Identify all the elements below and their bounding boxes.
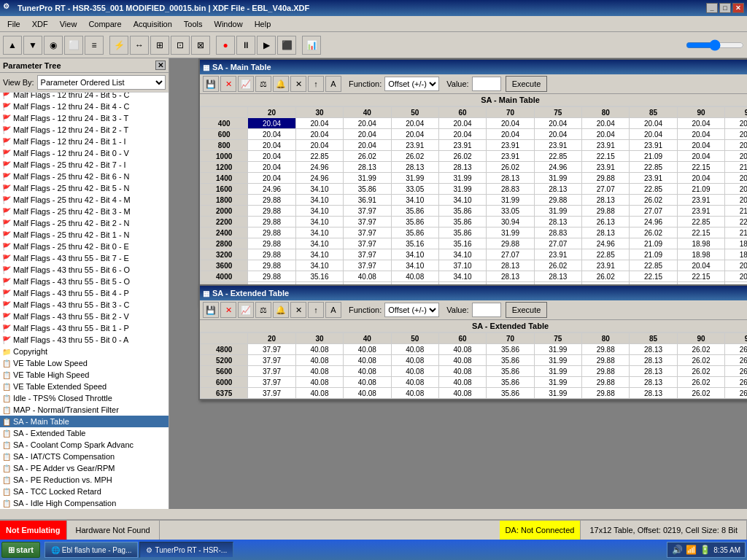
cell-6-1[interactable]: 34.10 [295,184,343,195]
tree-item-2[interactable]: 🚩Malf Flags - 12 thru 24 - Bit 3 - T [0,112,169,124]
cell-6-8[interactable]: 22.85 [630,184,677,195]
cell-6-0[interactable]: 24.96 [248,184,295,195]
cell-12-4[interactable]: 34.10 [438,249,486,260]
tree-item-5[interactable]: 🚩Malf Flags - 12 thru 24 - Bit 0 - V [0,147,169,159]
toolbar-btn-3[interactable]: ◉ [44,36,63,55]
cell-1-2[interactable]: 40.08 [344,355,391,366]
cell-2-3[interactable]: 23.91 [391,140,438,151]
cell-0-4[interactable]: 40.08 [438,344,486,355]
cell-10-2[interactable]: 37.97 [344,228,391,238]
tree-item-31[interactable]: 📋SA - IAT/CTS Compensation [0,451,169,462]
cell-3-6[interactable]: 22.85 [534,151,581,162]
cell-1-1[interactable]: 40.08 [295,355,343,366]
cell-6-5[interactable]: 28.83 [487,184,534,195]
cell-2-5[interactable]: 35.86 [487,366,534,377]
cell-11-0[interactable]: 29.88 [248,238,295,249]
cell-1-5[interactable]: 35.86 [487,355,534,366]
cell-11-5[interactable]: 29.88 [487,238,534,249]
tree-item-23[interactable]: 📋VE Table Low Speed [0,357,169,369]
cell-4-10[interactable]: 21.09 [725,162,747,173]
cell-2-9[interactable]: 26.02 [677,366,724,377]
cell-0-8[interactable]: 20.04 [630,118,677,129]
cell-7-9[interactable]: 23.91 [677,195,724,206]
cell-1-5[interactable]: 20.04 [487,129,534,140]
cell-5-4[interactable]: 31.99 [438,173,486,184]
cell-8-5[interactable]: 33.05 [487,206,534,217]
cell-12-3[interactable]: 34.10 [391,249,438,260]
up-btn-ext[interactable]: ↑ [308,302,324,318]
menu-file[interactable]: File [1,18,26,30]
tree-item-15[interactable]: 🚩Malf Flags - 43 thru 55 - Bit 6 - O [0,264,169,276]
cell-0-7[interactable]: 29.88 [582,344,630,355]
cell-11-1[interactable]: 34.10 [295,238,343,249]
cell-4-6[interactable]: 24.96 [534,162,581,173]
cell-0-10[interactable]: 20.04 [725,118,747,129]
tree-item-22[interactable]: 📁Copyright [0,346,169,357]
save-btn-main[interactable]: 💾 [203,76,219,92]
cell-3-6[interactable]: 31.99 [534,377,581,388]
toolbar-btn-stop[interactable]: ⬛ [277,36,296,55]
cell-0-2[interactable]: 20.04 [344,118,391,129]
cell-4-5[interactable]: 35.86 [487,388,534,399]
cell-1-4[interactable]: 20.04 [438,129,486,140]
cell-4-6[interactable]: 31.99 [534,388,581,399]
cell-6-10[interactable]: 20.04 [725,184,747,195]
cell-7-10[interactable]: 20.04 [725,195,747,206]
tree-item-19[interactable]: 🚩Malf Flags - 43 thru 55 - Bit 2 - V [0,311,169,322]
cell-3-3[interactable]: 40.08 [391,377,438,388]
cell-9-9[interactable]: 22.85 [677,217,724,228]
toolbar-btn-pause[interactable]: ⏸ [236,36,255,55]
cell-4-3[interactable]: 28.13 [391,162,438,173]
cell-0-7[interactable]: 20.04 [582,118,630,129]
menu-window[interactable]: Window [209,18,249,30]
cell-4-2[interactable]: 28.13 [344,162,391,173]
cell-1-9[interactable]: 20.04 [677,129,724,140]
cell-3-8[interactable]: 28.13 [630,377,677,388]
cell-14-7[interactable]: 26.02 [582,271,630,282]
toolbar-btn-play[interactable]: ▶ [257,36,276,55]
cell-5-10[interactable]: 20.04 [725,173,747,184]
cell-3-8[interactable]: 21.09 [630,151,677,162]
toolbar-btn-record[interactable]: ● [216,36,235,55]
cell-6-7[interactable]: 27.07 [582,184,630,195]
maximize-button[interactable]: □ [719,3,731,13]
cell-1-8[interactable]: 28.13 [630,355,677,366]
cell-11-2[interactable]: 37.97 [344,238,391,249]
param-tree-close[interactable]: ✕ [155,61,166,70]
cell-1-7[interactable]: 20.04 [582,129,630,140]
cell-12-9[interactable]: 18.98 [677,249,724,260]
cell-11-4[interactable]: 35.16 [438,238,486,249]
cell-8-7[interactable]: 29.88 [582,206,630,217]
copy-btn-main[interactable]: ✕ [290,76,306,92]
cell-4-2[interactable]: 40.08 [344,388,391,399]
minimize-button[interactable]: _ [706,3,718,13]
tree-item-20[interactable]: 🚩Malf Flags - 43 thru 55 - Bit 1 - P [0,322,169,334]
up-btn-main[interactable]: ↑ [308,76,324,92]
tree-item-16[interactable]: 🚩Malf Flags - 43 thru 55 - Bit 5 - O [0,276,169,287]
tree-item-9[interactable]: 🚩Malf Flags - 25 thru 42 - Bit 4 - M [0,194,169,206]
cell-0-9[interactable]: 26.02 [677,344,724,355]
cell-3-10[interactable]: 20.04 [725,151,747,162]
cell-14-9[interactable]: 22.15 [677,271,724,282]
cell-2-10[interactable]: 20.04 [725,140,747,151]
cell-5-9[interactable]: 20.04 [677,173,724,184]
tree-item-28[interactable]: 📋SA - Main Table [0,416,169,427]
cell-13-1[interactable]: 34.10 [295,260,343,271]
cell-13-8[interactable]: 22.85 [630,260,677,271]
tree-item-30[interactable]: 📋SA - Coolant Comp Spark Advanc [0,439,169,451]
cell-13-10[interactable]: 20.04 [725,260,747,271]
cell-2-6[interactable]: 31.99 [534,366,581,377]
cell-4-4[interactable]: 28.13 [438,162,486,173]
cell-7-1[interactable]: 34.10 [295,195,343,206]
cell-3-1[interactable]: 22.85 [295,151,343,162]
tree-item-32[interactable]: 📋SA - PE Adder vs Gear/RPM [0,462,169,474]
cell-10-1[interactable]: 34.10 [295,228,343,238]
cell-0-6[interactable]: 20.04 [534,118,581,129]
cell-4-8[interactable]: 22.85 [630,162,677,173]
tree-item-12[interactable]: 🚩Malf Flags - 25 thru 42 - Bit 1 - N [0,229,169,241]
tree-item-21[interactable]: 🚩Malf Flags - 43 thru 55 - Bit 0 - A [0,334,169,346]
cell-13-3[interactable]: 34.10 [391,260,438,271]
cell-5-6[interactable]: 31.99 [534,173,581,184]
cell-1-2[interactable]: 20.04 [344,129,391,140]
cell-4-5[interactable]: 26.02 [487,162,534,173]
